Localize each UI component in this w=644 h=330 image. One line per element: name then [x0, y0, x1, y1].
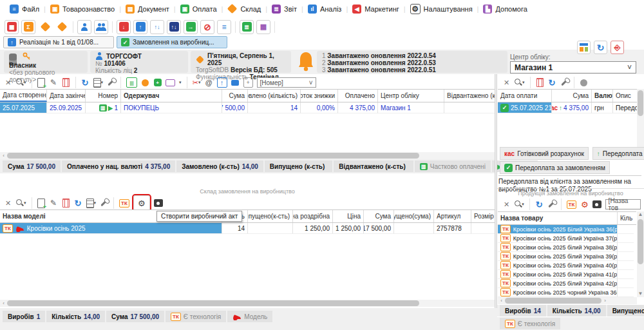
list-options-icon[interactable]: ▾ — [86, 199, 97, 208]
block-button[interactable]: ⊘ — [200, 20, 214, 34]
menu-marketing[interactable]: ◀Маркетинг — [348, 5, 403, 14]
col-header[interactable]: Ціна — [333, 210, 364, 222]
sum-button[interactable]: Σ — [21, 20, 35, 34]
composition-hscrollbar[interactable]: ‹ — [0, 300, 495, 307]
tk-badge[interactable]: ТК — [567, 200, 577, 209]
income-button[interactable]: ↓ — [117, 20, 131, 34]
product-row[interactable]: ТККросівки осінь 2025 білий Україна 39(р… — [498, 252, 636, 261]
bell-icon[interactable] — [296, 50, 316, 73]
delete-icon[interactable] — [62, 78, 70, 87]
clients-button[interactable] — [94, 20, 108, 34]
col-header[interactable]: Випущено(к-сть) — [248, 210, 293, 222]
green-doc-plus-icon[interactable]: + — [153, 78, 162, 87]
menu-report[interactable]: ≣Звіт — [267, 5, 301, 14]
add-icon[interactable] — [37, 199, 46, 208]
add-icon[interactable] — [37, 78, 46, 87]
menu-goods[interactable]: ▣Товарознавство — [46, 5, 119, 14]
tools-icon[interactable] — [100, 199, 108, 208]
accounting-center-select[interactable]: Магазин 1˅ — [510, 61, 636, 73]
col-header[interactable]: Випущено(сума) — [394, 210, 434, 222]
panel-settings-button[interactable] — [577, 41, 591, 54]
vertical-splitter[interactable] — [495, 74, 497, 330]
stock-analysis-button[interactable] — [55, 20, 69, 34]
search-icon[interactable]: ▾ — [515, 200, 524, 209]
product-row[interactable]: ТККросівки осінь 2025 білий Україна 38(р… — [498, 243, 636, 252]
col-header[interactable]: Ціна роздрібна — [293, 210, 333, 222]
comment-icon[interactable] — [231, 78, 240, 87]
bomb-icon[interactable] — [141, 78, 149, 87]
col-header[interactable]: Замовлено (кількість) — [248, 90, 301, 102]
col-header[interactable]: Артикул — [434, 210, 471, 222]
col-header[interactable]: Дата створення — [0, 90, 47, 102]
delete-icon[interactable] — [536, 78, 544, 87]
products-filter-combo[interactable]: [Назва тов — [605, 199, 641, 209]
product-row[interactable]: ТККросівки осінь 2025 білий Україна 37(р… — [498, 234, 636, 243]
envelope-icon[interactable] — [166, 79, 175, 86]
products-hscrollbar[interactable]: ‹› — [498, 297, 637, 304]
col-header[interactable]: Одержувач — [121, 90, 222, 102]
product-row[interactable]: ТККросівки осінь 2025 білий Україна 42(р… — [498, 279, 636, 288]
col-header[interactable]: Відсоток знижки — [301, 90, 338, 102]
cash-register-button[interactable]: ▦ — [256, 20, 270, 34]
cell-created[interactable]: 25.07.2025 — [0, 102, 47, 113]
col-header[interactable]: Дата оплати — [498, 90, 552, 102]
refresh-icon[interactable]: ↻ — [81, 78, 90, 87]
edit-icon[interactable]: ✎ — [50, 78, 58, 87]
composition-row[interactable]: ТК Кросівки осінь 2025 14 1 250,00 1 250… — [0, 223, 495, 234]
tools-icon[interactable] — [547, 200, 556, 209]
revaluation-button[interactable]: ↑↓ — [150, 20, 164, 34]
col-header[interactable]: Сума — [364, 210, 394, 222]
col-header[interactable]: Опис — [613, 90, 639, 102]
rows-button[interactable]: ≡ — [217, 20, 231, 34]
clear-filter-icon[interactable]: ✕ — [502, 78, 511, 87]
refresh-icon[interactable]: ↻ — [535, 200, 544, 209]
create-production-act-button[interactable]: ⚙ — [133, 195, 150, 211]
notifications-card[interactable]: 1 Завантажено оновлення 2022.0.54 2 Зава… — [317, 51, 507, 73]
production-gear-icon[interactable]: ⚙ — [580, 200, 589, 209]
search-icon[interactable]: ▾ — [16, 199, 26, 208]
report-doc-button[interactable]: ≣ — [240, 20, 254, 34]
menu-warehouse[interactable]: Склад — [223, 5, 265, 13]
refresh-icon[interactable]: ↻ — [548, 78, 556, 87]
col-header[interactable]: Дата закінчення — [47, 90, 86, 102]
scissors-icon[interactable]: ✂▾ — [193, 78, 201, 87]
payment-row[interactable]: ✓25.07.2025 21... кас↑4 375,00 грн Перед… — [498, 102, 639, 113]
col-header[interactable]: Номер — [86, 90, 121, 102]
pos-terminal-button[interactable]: ▦ — [5, 20, 19, 34]
col-header[interactable]: Оплачено — [338, 90, 378, 102]
menu-settings[interactable]: ⚙Налаштування — [406, 4, 477, 14]
email-icon[interactable]: @ — [205, 78, 213, 87]
stock-button[interactable] — [38, 20, 52, 34]
exit-button[interactable]: ⎆ — [611, 41, 624, 54]
payments-vscrollbar[interactable] — [637, 89, 644, 147]
refresh-app-button[interactable]: ↻ — [594, 41, 607, 54]
col-header[interactable]: Центр обліку — [378, 90, 444, 102]
product-row[interactable]: ТККросівки осінь 2025 чорний Україна 36(… — [498, 288, 636, 297]
col-header[interactable]: Сума — [222, 90, 248, 102]
tab-production-order[interactable]: ✓ Замовлення на виробниц... — [117, 36, 227, 48]
products-vscrollbar[interactable]: ▲ ▼ — [637, 211, 644, 297]
orders-hscrollbar[interactable]: ‹ — [0, 152, 495, 159]
menu-payment[interactable]: ▣Оплата — [176, 5, 222, 14]
search-icon[interactable]: ▾ — [16, 78, 26, 87]
shipment-button[interactable]: → — [184, 20, 198, 34]
menu-file[interactable]: ≡Файл — [5, 5, 44, 14]
tk-badge[interactable]: ТК — [119, 199, 129, 208]
col-header[interactable]: Валюта — [592, 90, 613, 102]
clear-filter-icon[interactable]: ✕ — [4, 78, 12, 87]
col-header[interactable]: Відвантажено (кількіст — [444, 90, 495, 102]
cash-doc-icon[interactable]: ||| — [126, 77, 137, 88]
photo-icon[interactable] — [592, 200, 601, 209]
product-row[interactable]: ТККросівки осінь 2025 Білий Україна 36(р… — [498, 225, 636, 234]
clear-filter-icon[interactable]: ✕ — [4, 199, 12, 208]
col-header[interactable]: Кіль — [618, 212, 634, 224]
product-row[interactable]: ТККросівки осінь 2025 білий Україна 41(р… — [498, 270, 636, 279]
tab-realization[interactable]: ↑ Реалізація № 1 від 01/08... — [3, 36, 114, 48]
transfer-button[interactable]: ↑↓ — [167, 20, 181, 34]
delete-icon[interactable] — [62, 199, 70, 208]
clear-filter-icon[interactable]: ✕ — [502, 200, 511, 209]
refresh-icon[interactable]: ↻ — [74, 199, 82, 208]
orders-filter-combo[interactable]: [Номер]˅ — [257, 77, 316, 88]
menu-analysis[interactable]: ılАналіз — [303, 5, 346, 14]
photo-icon[interactable] — [154, 199, 163, 208]
